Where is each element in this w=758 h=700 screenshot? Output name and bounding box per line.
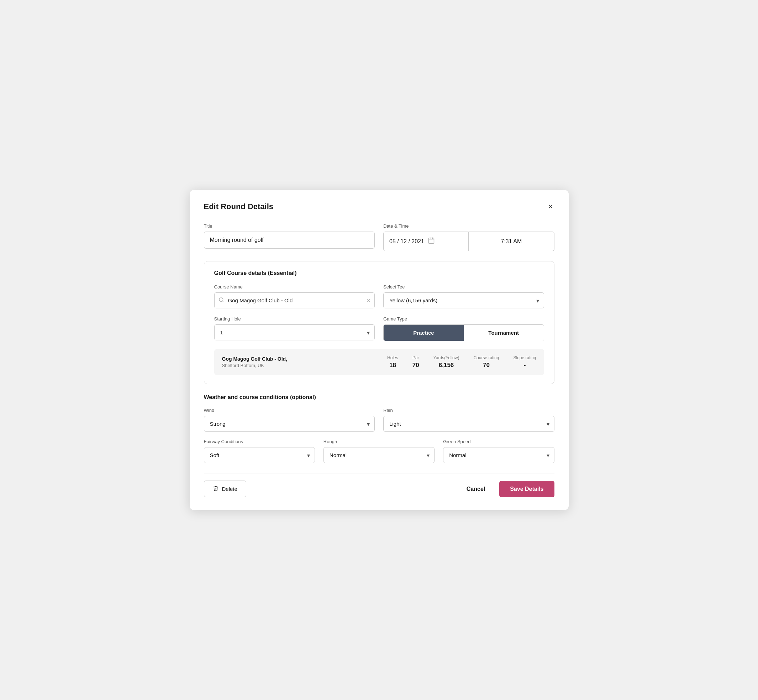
- course-tee-row: Course Name × Select Tee Yell: [214, 284, 544, 308]
- fairway-dropdown[interactable]: Soft Normal Firm: [204, 447, 315, 463]
- svg-point-4: [219, 298, 223, 302]
- title-input[interactable]: [204, 231, 375, 248]
- title-datetime-row: Title Date & Time 05 / 12 / 2021: [204, 223, 554, 251]
- datetime-field-group: Date & Time 05 / 12 / 2021 7:31 AM: [383, 223, 554, 251]
- game-type-label: Game Type: [383, 316, 544, 322]
- course-rating-value: 70: [473, 362, 499, 369]
- course-name-label: Course Name: [214, 284, 375, 289]
- clear-course-icon[interactable]: ×: [366, 297, 370, 304]
- cancel-button[interactable]: Cancel: [461, 482, 491, 496]
- stat-par: Par 70: [412, 355, 419, 369]
- course-search-wrap: ×: [214, 292, 375, 308]
- course-stats: Holes 18 Par 70 Yards(Yellow) 6,156 Cour…: [387, 355, 536, 369]
- starting-hole-group: Starting Hole 1234 5678 910 ▾: [214, 316, 375, 341]
- rough-dropdown[interactable]: Short Normal Long: [324, 447, 434, 463]
- yards-label: Yards(Yellow): [434, 355, 459, 360]
- wind-label: Wind: [204, 408, 375, 413]
- wind-group: Wind None Light Moderate Strong ▾: [204, 408, 375, 432]
- par-value: 70: [412, 362, 419, 369]
- select-tee-group: Select Tee Yellow (6,156 yards) Red (5,2…: [383, 284, 544, 308]
- holes-label: Holes: [387, 355, 398, 360]
- practice-button[interactable]: Practice: [384, 325, 464, 341]
- par-label: Par: [412, 355, 419, 360]
- rain-group: Rain None Light Moderate Heavy ▾: [383, 408, 554, 432]
- weather-section: Weather and course conditions (optional)…: [204, 394, 554, 463]
- fairway-group: Fairway Conditions Soft Normal Firm ▾: [204, 439, 315, 463]
- title-field-group: Title: [204, 223, 375, 251]
- delete-button[interactable]: Delete: [204, 481, 246, 497]
- footer-right: Cancel Save Details: [461, 481, 554, 497]
- stat-holes: Holes 18: [387, 355, 398, 369]
- time-field[interactable]: 7:31 AM: [469, 231, 554, 251]
- fairway-select-wrap: Soft Normal Firm ▾: [204, 447, 315, 463]
- stat-yards: Yards(Yellow) 6,156: [434, 355, 459, 369]
- weather-section-title: Weather and course conditions (optional): [204, 394, 554, 400]
- rain-select-wrap: None Light Moderate Heavy ▾: [383, 416, 554, 432]
- course-info-name: Gog Magog Golf Club - Old,: [222, 356, 288, 362]
- game-type-toggle: Practice Tournament: [383, 324, 544, 341]
- datetime-label: Date & Time: [383, 223, 554, 229]
- title-label: Title: [204, 223, 375, 229]
- date-time-inputs: 05 / 12 / 2021 7:31 AM: [383, 231, 554, 251]
- course-info-location: Shelford Bottom, UK: [222, 363, 288, 368]
- yards-value: 6,156: [434, 362, 459, 369]
- svg-rect-0: [429, 238, 434, 243]
- hole-gametype-row: Starting Hole 1234 5678 910 ▾ Game Type …: [214, 316, 544, 341]
- footer-row: Delete Cancel Save Details: [204, 473, 554, 497]
- calendar-icon: [428, 237, 435, 246]
- select-tee-wrap: Yellow (6,156 yards) Red (5,200 yards) W…: [383, 292, 544, 308]
- fairway-rough-green-row: Fairway Conditions Soft Normal Firm ▾ Ro…: [204, 439, 554, 463]
- rough-group: Rough Short Normal Long ▾: [324, 439, 434, 463]
- course-name-input[interactable]: [214, 292, 375, 308]
- golf-course-section: Golf Course details (Essential) Course N…: [204, 261, 554, 384]
- course-name-group: Course Name ×: [214, 284, 375, 308]
- rough-select-wrap: Short Normal Long ▾: [324, 447, 434, 463]
- wind-select-wrap: None Light Moderate Strong ▾: [204, 416, 375, 432]
- modal-header: Edit Round Details ×: [204, 201, 554, 212]
- starting-hole-dropdown[interactable]: 1234 5678 910: [214, 324, 375, 341]
- rain-label: Rain: [383, 408, 554, 413]
- date-field[interactable]: 05 / 12 / 2021: [383, 231, 469, 251]
- tournament-button[interactable]: Tournament: [464, 325, 544, 341]
- starting-hole-label: Starting Hole: [214, 316, 375, 322]
- fairway-label: Fairway Conditions: [204, 439, 315, 444]
- rough-label: Rough: [324, 439, 434, 444]
- time-value: 7:31 AM: [501, 238, 522, 245]
- modal-title: Edit Round Details: [204, 202, 274, 211]
- golf-course-section-title: Golf Course details (Essential): [214, 270, 544, 277]
- delete-label: Delete: [222, 486, 237, 492]
- slope-rating-label: Slope rating: [513, 355, 536, 360]
- course-info-name-block: Gog Magog Golf Club - Old, Shelford Bott…: [222, 356, 288, 368]
- select-tee-label: Select Tee: [383, 284, 544, 289]
- svg-line-5: [222, 301, 224, 302]
- wind-dropdown[interactable]: None Light Moderate Strong: [204, 416, 375, 432]
- green-speed-select-wrap: Slow Normal Fast ▾: [443, 447, 554, 463]
- starting-hole-wrap: 1234 5678 910 ▾: [214, 324, 375, 341]
- green-speed-dropdown[interactable]: Slow Normal Fast: [443, 447, 554, 463]
- close-button[interactable]: ×: [547, 201, 554, 212]
- game-type-group: Game Type Practice Tournament: [383, 316, 544, 341]
- stat-course-rating: Course rating 70: [473, 355, 499, 369]
- save-button[interactable]: Save Details: [499, 481, 554, 497]
- wind-rain-row: Wind None Light Moderate Strong ▾ Rain N…: [204, 408, 554, 432]
- stat-slope-rating: Slope rating -: [513, 355, 536, 369]
- date-value: 05 / 12 / 2021: [389, 238, 424, 245]
- edit-round-modal: Edit Round Details × Title Date & Time 0…: [190, 190, 568, 510]
- select-tee-dropdown[interactable]: Yellow (6,156 yards) Red (5,200 yards) W…: [383, 292, 544, 308]
- course-info-row: Gog Magog Golf Club - Old, Shelford Bott…: [214, 349, 544, 375]
- trash-icon: [213, 486, 219, 492]
- slope-rating-value: -: [513, 362, 536, 369]
- green-speed-label: Green Speed: [443, 439, 554, 444]
- green-speed-group: Green Speed Slow Normal Fast ▾: [443, 439, 554, 463]
- course-rating-label: Course rating: [473, 355, 499, 360]
- rain-dropdown[interactable]: None Light Moderate Heavy: [383, 416, 554, 432]
- holes-value: 18: [387, 362, 398, 369]
- search-icon: [219, 297, 224, 304]
